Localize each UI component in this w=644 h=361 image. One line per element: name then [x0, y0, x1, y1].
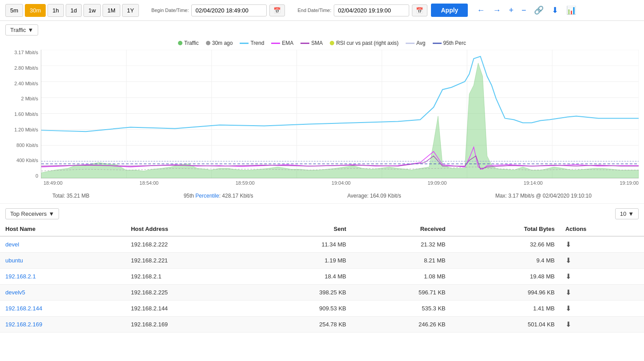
cell-received-3: 596.71 KB	[352, 285, 451, 301]
download-row-icon-4[interactable]: ⬇	[565, 305, 571, 312]
legend-sma: SMA	[300, 40, 323, 46]
legend-ema-label: EMA	[282, 40, 293, 46]
receivers-dropdown-label: Top Receivers	[10, 210, 47, 217]
download-row-icon-3[interactable]: ⬇	[565, 289, 571, 296]
top-bar: 5m 30m 1h 1d 1w 1M 1Y Begin Date/Time: 📅…	[0, 0, 644, 21]
legend-ema-line	[271, 43, 280, 44]
chart-legend: Traffic 30m ago Trend EMA SMA RSI cur vs…	[5, 40, 639, 46]
download-row-icon-2[interactable]: ⬇	[565, 273, 571, 280]
percentile-link[interactable]: Percentile	[195, 193, 219, 199]
x-label-0: 18:49:00	[43, 180, 63, 186]
chart-type-button[interactable]: 📊	[565, 4, 578, 16]
begin-calendar-button[interactable]: 📅	[269, 4, 285, 16]
legend-rsi: RSI cur vs past (right axis)	[330, 40, 399, 46]
begin-label: Begin Date/Time:	[151, 8, 189, 13]
zoom-out-button[interactable]: −	[520, 5, 528, 16]
cell-sent-5: 254.78 KB	[252, 317, 352, 333]
back-button[interactable]: ←	[475, 5, 486, 16]
stat-max: Max: 3.17 Mbit/s @ 02/04/2020 19:10:10	[495, 193, 592, 199]
download-row-icon-0[interactable]: ⬇	[565, 241, 571, 248]
page-size-value: 10	[620, 210, 626, 217]
cell-host-address-5: 192.168.2.169	[126, 317, 252, 333]
y-label-4: 1.60 Mbit/s	[5, 111, 38, 117]
cell-actions-1: ⬇	[560, 253, 644, 269]
chart-controls: ← → + − 🔗 ⬇ 📊	[475, 4, 578, 16]
cell-host-address-1: 192.168.2.221	[126, 253, 252, 269]
cell-total-2: 19.48 MB	[451, 269, 560, 285]
time-1m[interactable]: 1M	[103, 4, 120, 17]
legend-avg-label: Avg	[416, 40, 425, 46]
legend-avg: Avg	[406, 40, 425, 46]
col-host-name: Host Name	[0, 222, 126, 236]
cell-actions-4: ⬇	[560, 301, 644, 317]
receivers-table: Host Name Host Address Sent Received Tot…	[0, 222, 644, 333]
cell-actions-2: ⬇	[560, 269, 644, 285]
cell-total-3: 994.96 KB	[451, 285, 560, 301]
host-name-link-3[interactable]: develv5	[5, 289, 25, 296]
traffic-dropdown[interactable]: Traffic ▼	[5, 24, 38, 36]
cell-sent-4: 909.53 KB	[252, 301, 352, 317]
time-30m[interactable]: 30m	[25, 4, 46, 17]
cell-total-5: 501.04 KB	[451, 317, 560, 333]
table-header-row: Host Name Host Address Sent Received Tot…	[0, 222, 644, 236]
end-date-input[interactable]	[334, 4, 409, 16]
cell-received-1: 8.21 MB	[352, 253, 451, 269]
col-received: Received	[352, 222, 451, 236]
x-label-3: 19:04:00	[332, 180, 351, 186]
legend-traffic-label: Traffic	[184, 40, 199, 46]
receivers-dropdown-arrow: ▼	[48, 210, 54, 217]
cell-received-4: 535.3 KB	[352, 301, 451, 317]
time-1y[interactable]: 1Y	[122, 4, 139, 17]
legend-30mago: 30m ago	[206, 40, 233, 46]
download-row-icon-5[interactable]: ⬇	[565, 321, 571, 328]
table-row: ubuntu 192.168.2.221 1.19 MB 8.21 MB 9.4…	[0, 253, 644, 269]
y-label-7: 400 Kbit/s	[5, 158, 38, 163]
host-name-link-2[interactable]: 192.168.2.1	[5, 273, 36, 280]
page-size-arrow: ▼	[628, 210, 634, 217]
cell-total-0: 32.66 MB	[451, 236, 560, 253]
cell-sent-0: 11.34 MB	[252, 236, 352, 253]
time-1w[interactable]: 1w	[83, 4, 101, 17]
time-1h[interactable]: 1h	[47, 4, 63, 17]
forward-button[interactable]: →	[491, 5, 502, 16]
table-row: develv5 192.168.2.225 398.25 KB 596.71 K…	[0, 285, 644, 301]
host-name-link-4[interactable]: 192.168.2.144	[5, 305, 42, 312]
legend-trend: Trend	[240, 40, 264, 46]
time-5m[interactable]: 5m	[5, 4, 23, 17]
legend-95th: 95th Perc	[433, 40, 466, 46]
host-name-link-0[interactable]: devel	[5, 241, 19, 248]
cell-sent-1: 1.19 MB	[252, 253, 352, 269]
cell-host-name-3: develv5	[0, 285, 126, 301]
time-1d[interactable]: 1d	[66, 4, 82, 17]
cell-host-address-4: 192.168.2.144	[126, 301, 252, 317]
apply-button[interactable]: Apply	[431, 4, 468, 17]
table-row: 192.168.2.144 192.168.2.144 909.53 KB 53…	[0, 301, 644, 317]
page-size-dropdown[interactable]: 10 ▼	[615, 208, 639, 219]
host-name-link-1[interactable]: ubuntu	[5, 257, 23, 264]
cell-actions-3: ⬇	[560, 285, 644, 301]
cell-host-name-0: devel	[0, 236, 126, 253]
link-button[interactable]: 🔗	[532, 4, 545, 16]
host-name-link-5[interactable]: 192.168.2.169	[5, 321, 42, 328]
col-actions: Actions	[560, 222, 644, 236]
time-buttons: 5m 30m 1h 1d 1w 1M 1Y	[5, 4, 139, 17]
legend-30mago-dot	[206, 41, 210, 45]
table-row: 192.168.2.1 192.168.2.1 18.4 MB 1.08 MB …	[0, 269, 644, 285]
chart-wrapper: 3.17 Mbit/s 2.80 Mbit/s 2.40 Mbit/s 2 Mb…	[5, 50, 639, 179]
cell-host-name-2: 192.168.2.1	[0, 269, 126, 285]
begin-date-input[interactable]	[191, 4, 267, 16]
cell-host-address-2: 192.168.2.1	[126, 269, 252, 285]
receivers-dropdown[interactable]: Top Receivers ▼	[5, 208, 59, 219]
legend-sma-line	[300, 43, 309, 44]
legend-95th-line	[433, 43, 442, 44]
y-axis: 3.17 Mbit/s 2.80 Mbit/s 2.40 Mbit/s 2 Mb…	[5, 50, 41, 179]
cell-host-address-0: 192.168.2.222	[126, 236, 252, 253]
table-row: 192.168.2.169 192.168.2.169 254.78 KB 24…	[0, 317, 644, 333]
zoom-in-button[interactable]: +	[507, 5, 515, 16]
traffic-dropdown-label: Traffic	[10, 27, 26, 33]
legend-30mago-label: 30m ago	[212, 40, 233, 46]
end-calendar-button[interactable]: 📅	[412, 4, 427, 16]
cell-host-name-4: 192.168.2.144	[0, 301, 126, 317]
download-row-icon-1[interactable]: ⬇	[565, 257, 571, 264]
download-button[interactable]: ⬇	[550, 4, 560, 16]
